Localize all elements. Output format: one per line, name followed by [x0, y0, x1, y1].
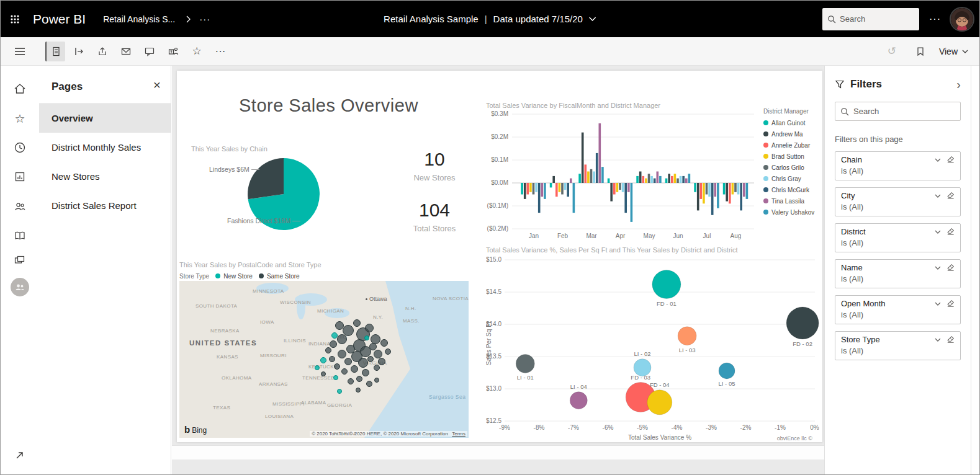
- email-icon[interactable]: [116, 42, 136, 61]
- legend-item[interactable]: Brad Sutton: [763, 151, 820, 162]
- close-pages-icon[interactable]: ×: [153, 78, 161, 91]
- pie-chart[interactable]: [237, 148, 330, 241]
- bing-map[interactable]: b Bing © 2020 TomTom © 2020 HERE, © 2020…: [179, 281, 469, 438]
- map-store-bubble[interactable]: [321, 371, 326, 376]
- map-store-bubble[interactable]: [366, 381, 372, 387]
- legend-item[interactable]: Chris McGurk: [763, 184, 820, 195]
- chevron-down-icon[interactable]: [935, 266, 941, 270]
- legend-item[interactable]: Andrew Ma: [763, 128, 820, 140]
- bookmark-icon[interactable]: [910, 42, 930, 61]
- filters-search-input[interactable]: [853, 107, 953, 116]
- clear-filter-eraser-icon[interactable]: [946, 335, 955, 344]
- map-store-bubble[interactable]: [338, 350, 346, 358]
- map-store-bubble[interactable]: [351, 365, 358, 373]
- diagonal-arrow-icon[interactable]: [9, 445, 30, 466]
- map-store-bubble[interactable]: [337, 334, 347, 344]
- clear-filter-eraser-icon[interactable]: [946, 156, 955, 164]
- map-store-bubble[interactable]: [330, 340, 337, 348]
- clear-filter-eraser-icon[interactable]: [946, 264, 955, 272]
- comment-icon[interactable]: [140, 42, 160, 61]
- map-store-bubble[interactable]: [380, 339, 388, 347]
- export-icon[interactable]: [69, 42, 89, 61]
- map-store-bubble[interactable]: [367, 356, 374, 362]
- map-store-bubble[interactable]: [356, 388, 361, 393]
- chevron-down-icon[interactable]: [935, 158, 941, 162]
- map-visual[interactable]: This Year Sales by PostalCode and Store …: [179, 259, 469, 440]
- chevron-down-icon[interactable]: [935, 302, 941, 306]
- pages-list-item[interactable]: District Monthly Sales: [39, 133, 171, 162]
- filter-card[interactable]: Districtis (All): [835, 223, 961, 252]
- workspace-avatar[interactable]: [9, 277, 30, 298]
- breadcrumb-more-icon[interactable]: ···: [199, 14, 210, 24]
- legend-item[interactable]: Valery Ushakov: [763, 206, 820, 218]
- map-store-bubble[interactable]: [362, 369, 369, 376]
- map-store-bubble[interactable]: [369, 343, 377, 350]
- bar-chart[interactable]: $0.3M$0.2M$0.1M$0.0M($0.1M)($0.2M)JanFeb…: [486, 107, 759, 243]
- legend-item[interactable]: Allan Guinot: [763, 117, 820, 128]
- apps-icon[interactable]: [9, 166, 30, 187]
- filter-card[interactable]: Nameis (All): [835, 259, 961, 288]
- map-store-bubble[interactable]: [341, 368, 348, 375]
- terms-link[interactable]: Terms: [452, 431, 465, 437]
- clear-filter-eraser-icon[interactable]: [946, 228, 955, 236]
- file-icon[interactable]: [45, 42, 65, 61]
- favorite-star-icon[interactable]: ☆: [187, 42, 207, 61]
- map-store-bubble[interactable]: [334, 363, 340, 370]
- waffle-menu-icon[interactable]: [1, 1, 29, 37]
- map-store-bubble[interactable]: [331, 332, 338, 339]
- right-scrollbar-gutter[interactable]: [971, 66, 979, 474]
- horizontal-scrollbar[interactable]: [172, 445, 824, 459]
- scatter-chart[interactable]: $15.0$14.5$14.0$13.5$13.0$12.5-9%-8%-7%-…: [486, 254, 821, 442]
- map-store-bubble[interactable]: [378, 358, 385, 365]
- map-store-bubble[interactable]: [333, 375, 338, 380]
- recent-clock-icon[interactable]: [9, 137, 30, 158]
- breadcrumb[interactable]: Retail Analysis S...: [103, 14, 175, 24]
- app-logo[interactable]: Power BI: [33, 12, 86, 27]
- shared-with-me-icon[interactable]: [9, 196, 30, 217]
- bar-chart-visual[interactable]: Total Sales Variance by FiscalMonth and …: [486, 100, 821, 249]
- map-store-bubble[interactable]: [374, 378, 379, 383]
- legend-item[interactable]: Annelie Zubar: [763, 140, 820, 151]
- map-store-bubble[interactable]: [348, 378, 354, 384]
- filters-search[interactable]: [835, 102, 961, 121]
- filter-card[interactable]: Store Typeis (All): [835, 331, 961, 360]
- home-icon[interactable]: [9, 78, 30, 99]
- clear-filter-eraser-icon[interactable]: [946, 300, 955, 308]
- undo-icon[interactable]: ↺: [882, 42, 902, 61]
- chevron-down-icon[interactable]: [935, 194, 941, 198]
- map-store-bubble[interactable]: [374, 350, 382, 358]
- map-store-bubble[interactable]: [374, 365, 380, 371]
- teams-icon[interactable]: [163, 42, 183, 61]
- map-store-bubble[interactable]: [356, 376, 362, 382]
- filter-card[interactable]: Chainis (All): [835, 151, 961, 180]
- search-input[interactable]: [840, 14, 908, 24]
- map-store-bubble[interactable]: [329, 356, 335, 362]
- global-search[interactable]: [822, 8, 919, 30]
- filter-card[interactable]: Open Monthis (All): [835, 295, 961, 324]
- legend-item[interactable]: Tina Lassila: [763, 195, 820, 206]
- clear-filter-eraser-icon[interactable]: [946, 192, 955, 200]
- kpi-cards[interactable]: 10New Stores104Total Stores: [385, 149, 484, 251]
- legend-item[interactable]: Same Store: [259, 272, 300, 280]
- legend-item[interactable]: Carlos Grilo: [763, 162, 820, 173]
- user-avatar[interactable]: [951, 8, 973, 30]
- map-store-bubble[interactable]: [385, 348, 391, 355]
- chevron-down-icon[interactable]: [935, 230, 941, 234]
- pages-list-item[interactable]: Overview: [39, 104, 171, 133]
- chevron-down-icon[interactable]: [589, 17, 596, 21]
- map-store-bubble[interactable]: [364, 335, 369, 340]
- learn-book-icon[interactable]: [9, 225, 30, 246]
- more-options-icon[interactable]: ···: [210, 42, 230, 61]
- filter-card[interactable]: Cityis (All): [835, 187, 961, 216]
- map-store-bubble[interactable]: [320, 357, 326, 363]
- map-store-bubble[interactable]: [358, 358, 368, 368]
- map-store-bubble[interactable]: [337, 389, 342, 394]
- pages-list-item[interactable]: District Sales Report: [39, 191, 171, 220]
- kpi-card[interactable]: 104Total Stores: [385, 200, 484, 233]
- bing-logo[interactable]: b Bing: [184, 424, 207, 435]
- kpi-card[interactable]: 10New Stores: [385, 149, 484, 182]
- map-store-bubble[interactable]: [344, 358, 352, 365]
- legend-item[interactable]: New Store: [215, 272, 253, 280]
- map-store-bubble[interactable]: [315, 365, 320, 370]
- chevron-down-icon[interactable]: [935, 338, 941, 342]
